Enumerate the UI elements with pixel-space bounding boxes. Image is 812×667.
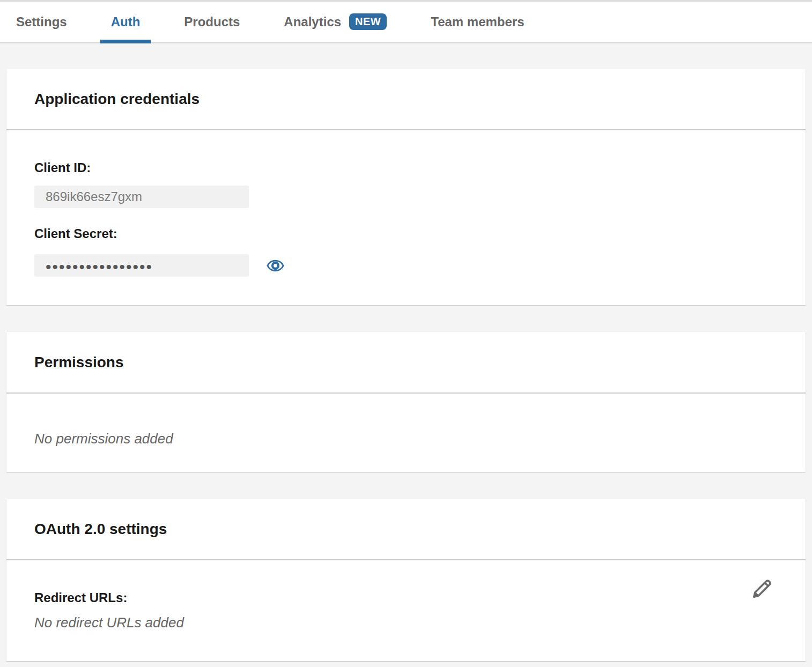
tab-settings[interactable]: Settings [5,2,78,42]
application-credentials-card: Application credentials Client ID: 869ik… [6,69,806,305]
no-redirect-urls-text: No redirect URLs added [34,615,778,630]
tab-products-label: Products [184,14,240,29]
client-id-field[interactable]: 869ik66esz7gxm [34,186,249,208]
tab-auth-label: Auth [111,14,141,29]
eye-icon [267,257,284,275]
card-title: OAuth 2.0 settings [6,499,806,560]
reveal-secret-button[interactable] [267,257,284,275]
tab-settings-label: Settings [16,14,67,29]
tab-team-members[interactable]: Team members [420,2,535,42]
tab-bar: Settings Auth Products Analytics NEW Tea… [0,0,812,43]
permissions-card: Permissions No permissions added [6,332,806,472]
client-id-label: Client ID: [34,160,778,175]
client-secret-field[interactable]: •••••••••••••••• [34,254,249,277]
card-title: Application credentials [6,69,806,130]
oauth-settings-body: Redirect URLs: No redirect URLs added [6,560,806,661]
tab-team-members-label: Team members [431,14,524,29]
tab-analytics[interactable]: Analytics NEW [273,2,397,42]
application-credentials-body: Client ID: 869ik66esz7gxm Client Secret:… [6,130,806,305]
permissions-body: No permissions added [6,394,806,472]
redirect-urls-label: Redirect URLs: [34,590,778,605]
edit-redirect-urls-button[interactable] [750,576,774,601]
tab-products[interactable]: Products [173,2,250,42]
tab-auth[interactable]: Auth [100,2,151,42]
client-secret-row: •••••••••••••••• [34,254,778,277]
no-permissions-text: No permissions added [34,431,778,446]
client-secret-masked-value: •••••••••••••••• [46,256,153,275]
pencil-icon [750,576,774,601]
card-title: Permissions [6,332,806,394]
new-badge: NEW [349,13,387,30]
oauth-settings-card: OAuth 2.0 settings Redirect URLs: No red… [6,499,806,661]
tab-analytics-label: Analytics [284,14,341,29]
client-id-value: 869ik66esz7gxm [46,189,142,204]
client-secret-label: Client Secret: [34,226,778,241]
